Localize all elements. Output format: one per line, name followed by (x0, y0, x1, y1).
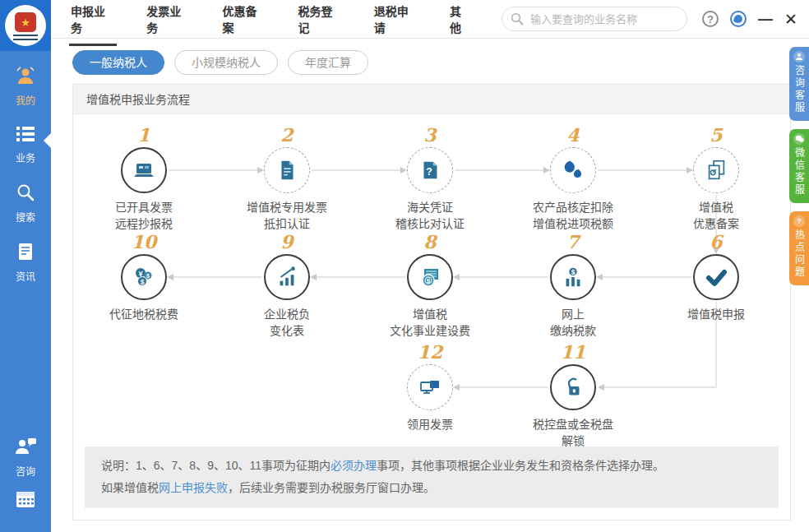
step-label: 网上 缴纳税款 (507, 306, 639, 340)
note-text: 事项，其他事项根据企业业务发生和资格条件选择办理。 (377, 459, 664, 472)
customs-doc-icon: ? (407, 147, 453, 193)
sidebar-item-business[interactable]: 业务 (0, 125, 51, 164)
note-line-1: 说明：1、6、7、8、9、10、11事项为征期内必须办理事项，其他事项根据企业业… (101, 455, 762, 477)
step-number: 11 (507, 341, 639, 363)
person-icon (793, 51, 805, 62)
sidebar-item-consult[interactable]: 咨询 (0, 437, 51, 478)
svg-text:$: $ (427, 277, 431, 285)
flow-step[interactable]: 1 已开具发票 远程抄报税 (78, 124, 210, 233)
sidebar-item-calendar[interactable] (0, 489, 51, 512)
close-button[interactable]: ✕ (784, 12, 797, 27)
logo-emblem-icon: ★ (5, 5, 46, 46)
pill-annual-settlement[interactable]: 年度汇算 (288, 50, 368, 75)
step-number: 4 (507, 124, 639, 146)
sidebar-item-label: 我的 (16, 93, 35, 107)
produce-icon (550, 147, 596, 193)
svg-text:?: ? (426, 166, 432, 178)
sidebar-item-mine[interactable]: 我的 (0, 66, 51, 107)
sidebar-item-label: 资讯 (16, 269, 35, 283)
main-content: 一般纳税人 小规模纳税人 年度汇算 增值税申报业务流程 (72, 39, 791, 520)
user-icon (15, 66, 36, 89)
step-number: 8 (364, 231, 496, 252)
sidebar-item-search[interactable]: 搜索 (0, 183, 51, 224)
laptop-icon (121, 147, 167, 193)
search-icon (511, 12, 524, 29)
online-declare-fail-link[interactable]: 网上申报失败 (159, 481, 228, 494)
step-number: 10 (78, 231, 210, 252)
unlock-icon (550, 364, 596, 410)
tab-invoice-business[interactable]: 发票业务 (145, 0, 192, 46)
step-number: 1 (78, 124, 210, 146)
sidebar-item-news[interactable]: 资讯 (0, 242, 51, 283)
tab-declare-business[interactable]: 申报业务 (69, 0, 117, 46)
sidebar-nav: 我的 业务 搜索 资讯 (0, 51, 51, 301)
sidebar-item-label: 业务 (16, 150, 35, 164)
note-text: 如果增值税 (101, 481, 159, 494)
news-icon (16, 242, 35, 265)
step-label: 增值税 文化事业建设费 (364, 306, 496, 340)
right-floating-tabs: 咨询客服 微信客服 ? 热点问题 (789, 47, 809, 285)
sidebar: ★ 我的 业务 搜索 (0, 0, 51, 532)
flow-step[interactable]: 11 税控盘或金税盘 解锁 (507, 341, 639, 450)
record-doc-icon (693, 147, 739, 193)
sidebar-item-label: 搜索 (16, 210, 35, 224)
pill-small-scale-taxpayer[interactable]: 小规模纳税人 (174, 50, 278, 75)
step-number: 9 (221, 231, 353, 252)
search-box (502, 7, 687, 31)
tab-label: 微信客服 (793, 147, 807, 197)
tab-consult-service[interactable]: 咨询客服 (789, 47, 809, 121)
flow-step[interactable]: 6 增值税申报 (650, 231, 782, 322)
step-label: 企业税负 变化表 (221, 306, 353, 340)
minimize-button[interactable]: — (758, 12, 773, 26)
app-window: ★ 我的 业务 搜索 (0, 0, 809, 532)
panel-title: 增值税申报业务流程 (73, 85, 790, 114)
chart-up-icon (264, 254, 310, 300)
step-number: 6 (650, 231, 782, 252)
note-box: 说明：1、6、7、8、9、10、11事项为征期内必须办理事项，其他事项根据企业业… (85, 446, 779, 508)
coins-icon: ¥$$ (121, 254, 167, 300)
step-label: 增值税申报 (650, 306, 782, 322)
tab-hot-questions[interactable]: ? 热点问题 (789, 211, 809, 285)
search-input[interactable] (502, 7, 687, 31)
flow-step[interactable]: 9 企业税负 变化表 (221, 231, 353, 340)
flow-step[interactable]: 3 ? 海关凭证 稽核比对认证 (364, 124, 496, 233)
svg-text:$: $ (571, 268, 576, 276)
sidebar-item-label: 咨询 (16, 464, 35, 478)
tab-label: 咨询客服 (793, 65, 807, 114)
step-number: 5 (650, 124, 782, 146)
step-label: 已开具发票 远程抄报税 (78, 199, 210, 233)
invoice-icon (264, 147, 310, 193)
step-label: 税控盘或金税盘 解锁 (507, 416, 639, 450)
flow-step[interactable]: 4 农产品核定扣除 增值税进项税额 (507, 124, 639, 233)
help-icon[interactable]: ? (702, 11, 719, 27)
note-text: ，后续业务需要到办税服务厅窗口办理。 (228, 481, 435, 494)
step-label: 领用发票 (364, 416, 496, 433)
flow-step[interactable]: 5 增值税 优惠备案 (650, 124, 782, 233)
flow-step[interactable]: 7 $ 网上 缴纳税款 (507, 231, 639, 340)
customer-service-icon[interactable] (730, 11, 747, 27)
sidebar-bottom: 咨询 (0, 437, 51, 524)
tab-tax-refund[interactable]: 退税申请 (372, 0, 420, 46)
tab-preferential-record[interactable]: 优惠备案 (220, 0, 268, 46)
calendar-icon (15, 489, 36, 512)
flow-step[interactable]: 2 增值税专用发票 抵扣认证 (221, 124, 353, 233)
step-number: 2 (221, 124, 353, 146)
must-handle-link[interactable]: 必须办理 (331, 459, 377, 472)
tab-wechat-service[interactable]: 微信客服 (789, 129, 809, 203)
svg-text:$: $ (146, 273, 150, 280)
svg-text:$: $ (141, 278, 145, 286)
step-label: 海关凭证 稽核比对认证 (364, 199, 496, 233)
tab-tax-registration[interactable]: 税务登记 (297, 0, 344, 46)
pill-general-taxpayer[interactable]: 一般纳税人 (72, 50, 164, 75)
flow-step[interactable]: 8 $ 增值税 文化事业建设费 (364, 231, 496, 340)
chat-person-icon (14, 437, 37, 460)
tab-other[interactable]: 其他 (448, 0, 474, 46)
top-nav: 申报业务 发票业务 优惠备案 税务登记 退税申请 其他 (69, 0, 502, 46)
step-label: 农产品核定扣除 增值税进项税额 (507, 199, 639, 233)
step-label: 增值税 优惠备案 (650, 199, 782, 233)
step-label: 增值税专用发票 抵扣认证 (221, 199, 353, 233)
step-number: 12 (364, 341, 496, 363)
svg-text:¥: ¥ (138, 270, 142, 278)
flow-step[interactable]: 12 领用发票 (364, 341, 496, 433)
flow-step[interactable]: 10 ¥$$ 代征地税税费 (78, 231, 210, 322)
